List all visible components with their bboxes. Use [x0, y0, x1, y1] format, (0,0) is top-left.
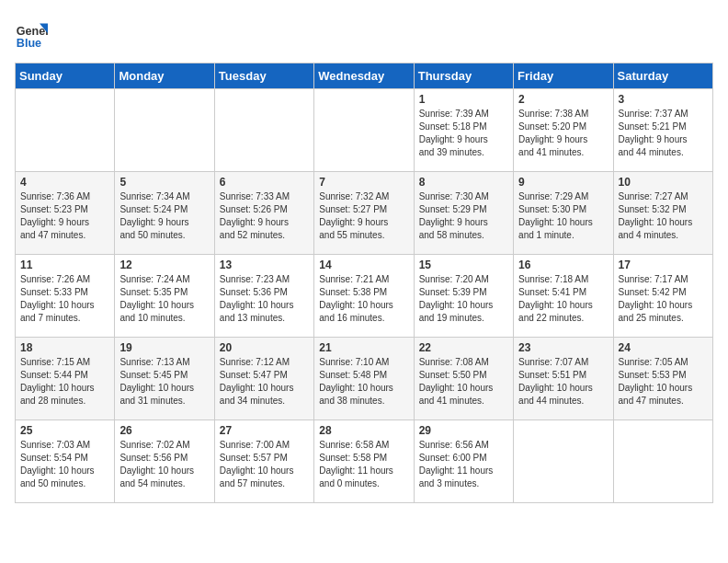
- day-info: Sunrise: 7:08 AM Sunset: 5:50 PM Dayligh…: [419, 356, 508, 408]
- day-info: Sunrise: 6:56 AM Sunset: 6:00 PM Dayligh…: [419, 439, 508, 490]
- day-number: 18: [20, 341, 109, 354]
- calendar-cell: 10Sunrise: 7:27 AM Sunset: 5:32 PM Dayli…: [613, 172, 712, 255]
- calendar-week-row: 18Sunrise: 7:15 AM Sunset: 5:44 PM Dayli…: [16, 338, 713, 420]
- day-number: 10: [619, 176, 708, 189]
- calendar-cell: 4Sunrise: 7:36 AM Sunset: 5:23 PM Daylig…: [16, 172, 115, 255]
- day-number: 3: [619, 93, 708, 106]
- day-info: Sunrise: 7:15 AM Sunset: 5:44 PM Dayligh…: [20, 356, 109, 408]
- day-number: 6: [220, 176, 309, 189]
- day-number: 25: [20, 424, 109, 437]
- day-info: Sunrise: 6:58 AM Sunset: 5:58 PM Dayligh…: [319, 439, 408, 490]
- calendar-cell: 5Sunrise: 7:34 AM Sunset: 5:24 PM Daylig…: [115, 172, 214, 255]
- calendar-cell: 2Sunrise: 7:38 AM Sunset: 5:20 PM Daylig…: [514, 89, 613, 172]
- day-number: 11: [20, 259, 109, 271]
- day-info: Sunrise: 7:17 AM Sunset: 5:42 PM Dayligh…: [619, 273, 708, 325]
- calendar-cell: [115, 89, 214, 172]
- calendar-week-row: 4Sunrise: 7:36 AM Sunset: 5:23 PM Daylig…: [16, 172, 713, 255]
- day-number: 1: [419, 93, 508, 106]
- day-info: Sunrise: 7:34 AM Sunset: 5:24 PM Dayligh…: [119, 190, 209, 242]
- day-info: Sunrise: 7:26 AM Sunset: 5:33 PM Dayligh…: [20, 273, 109, 325]
- calendar-cell: 25Sunrise: 7:03 AM Sunset: 5:54 PM Dayli…: [16, 420, 115, 503]
- day-number: 29: [419, 424, 508, 437]
- day-of-week-header: Sunday: [16, 63, 115, 89]
- day-number: 23: [518, 341, 608, 354]
- day-number: 21: [319, 341, 408, 354]
- day-info: Sunrise: 7:07 AM Sunset: 5:51 PM Dayligh…: [518, 356, 608, 408]
- calendar-cell: 26Sunrise: 7:02 AM Sunset: 5:56 PM Dayli…: [115, 420, 214, 503]
- day-number: 13: [220, 259, 309, 271]
- day-of-week-header: Tuesday: [214, 63, 313, 89]
- day-number: 12: [119, 259, 209, 271]
- calendar-cell: 7Sunrise: 7:32 AM Sunset: 5:27 PM Daylig…: [314, 172, 414, 255]
- calendar-cell: 18Sunrise: 7:15 AM Sunset: 5:44 PM Dayli…: [16, 338, 115, 420]
- day-of-week-header: Thursday: [414, 63, 513, 89]
- calendar-header-row: SundayMondayTuesdayWednesdayThursdayFrid…: [16, 63, 713, 89]
- day-number: 17: [619, 259, 708, 271]
- day-of-week-header: Wednesday: [314, 63, 414, 89]
- calendar-cell: 28Sunrise: 6:58 AM Sunset: 5:58 PM Dayli…: [314, 420, 414, 503]
- calendar-cell: [613, 420, 712, 503]
- day-info: Sunrise: 7:03 AM Sunset: 5:54 PM Dayligh…: [20, 439, 109, 490]
- day-number: 24: [619, 341, 708, 354]
- calendar-cell: 15Sunrise: 7:20 AM Sunset: 5:39 PM Dayli…: [414, 255, 513, 338]
- day-of-week-header: Monday: [115, 63, 214, 89]
- day-number: 9: [518, 176, 608, 189]
- day-of-week-header: Saturday: [613, 63, 712, 89]
- day-number: 5: [119, 176, 209, 189]
- day-number: 19: [119, 341, 209, 354]
- calendar-cell: 1Sunrise: 7:39 AM Sunset: 5:18 PM Daylig…: [414, 89, 513, 172]
- calendar-cell: 9Sunrise: 7:29 AM Sunset: 5:30 PM Daylig…: [514, 172, 613, 255]
- day-info: Sunrise: 7:05 AM Sunset: 5:53 PM Dayligh…: [619, 356, 708, 408]
- day-number: 27: [220, 424, 309, 437]
- svg-text:Blue: Blue: [17, 37, 41, 50]
- calendar-cell: 6Sunrise: 7:33 AM Sunset: 5:26 PM Daylig…: [214, 172, 313, 255]
- day-number: 20: [220, 341, 309, 354]
- calendar-cell: [514, 420, 613, 503]
- day-number: 14: [319, 259, 408, 271]
- day-info: Sunrise: 7:38 AM Sunset: 5:20 PM Dayligh…: [518, 108, 608, 159]
- day-number: 8: [419, 176, 508, 189]
- calendar-cell: 11Sunrise: 7:26 AM Sunset: 5:33 PM Dayli…: [16, 255, 115, 338]
- day-number: 7: [319, 176, 408, 189]
- calendar-cell: [314, 89, 414, 172]
- day-info: Sunrise: 7:21 AM Sunset: 5:38 PM Dayligh…: [319, 273, 408, 325]
- calendar-cell: 20Sunrise: 7:12 AM Sunset: 5:47 PM Dayli…: [214, 338, 313, 420]
- day-info: Sunrise: 7:02 AM Sunset: 5:56 PM Dayligh…: [119, 439, 209, 490]
- calendar-cell: 3Sunrise: 7:37 AM Sunset: 5:21 PM Daylig…: [613, 89, 712, 172]
- day-info: Sunrise: 7:39 AM Sunset: 5:18 PM Dayligh…: [419, 108, 508, 159]
- day-number: 2: [518, 93, 608, 106]
- calendar-cell: 29Sunrise: 6:56 AM Sunset: 6:00 PM Dayli…: [414, 420, 513, 503]
- day-info: Sunrise: 7:00 AM Sunset: 5:57 PM Dayligh…: [220, 439, 309, 490]
- day-info: Sunrise: 7:18 AM Sunset: 5:41 PM Dayligh…: [518, 273, 608, 325]
- calendar-cell: 8Sunrise: 7:30 AM Sunset: 5:29 PM Daylig…: [414, 172, 513, 255]
- day-number: 15: [419, 259, 508, 271]
- day-number: 26: [119, 424, 209, 437]
- day-number: 28: [319, 424, 408, 437]
- calendar-cell: 17Sunrise: 7:17 AM Sunset: 5:42 PM Dayli…: [613, 255, 712, 338]
- day-info: Sunrise: 7:32 AM Sunset: 5:27 PM Dayligh…: [319, 190, 408, 242]
- day-info: Sunrise: 7:20 AM Sunset: 5:39 PM Dayligh…: [419, 273, 508, 325]
- day-info: Sunrise: 7:30 AM Sunset: 5:29 PM Dayligh…: [419, 190, 508, 242]
- calendar-cell: 22Sunrise: 7:08 AM Sunset: 5:50 PM Dayli…: [414, 338, 513, 420]
- calendar-cell: [214, 89, 313, 172]
- day-number: 16: [518, 259, 608, 271]
- calendar-cell: 24Sunrise: 7:05 AM Sunset: 5:53 PM Dayli…: [613, 338, 712, 420]
- day-info: Sunrise: 7:27 AM Sunset: 5:32 PM Dayligh…: [619, 190, 708, 242]
- day-number: 4: [20, 176, 109, 189]
- calendar-cell: [16, 89, 115, 172]
- calendar-cell: 16Sunrise: 7:18 AM Sunset: 5:41 PM Dayli…: [514, 255, 613, 338]
- day-info: Sunrise: 7:36 AM Sunset: 5:23 PM Dayligh…: [20, 190, 109, 242]
- calendar-cell: 21Sunrise: 7:10 AM Sunset: 5:48 PM Dayli…: [314, 338, 414, 420]
- calendar-table: SundayMondayTuesdayWednesdayThursdayFrid…: [15, 63, 713, 503]
- calendar-cell: 12Sunrise: 7:24 AM Sunset: 5:35 PM Dayli…: [115, 255, 214, 338]
- calendar-cell: 13Sunrise: 7:23 AM Sunset: 5:36 PM Dayli…: [214, 255, 313, 338]
- calendar-cell: 23Sunrise: 7:07 AM Sunset: 5:51 PM Dayli…: [514, 338, 613, 420]
- day-info: Sunrise: 7:10 AM Sunset: 5:48 PM Dayligh…: [319, 356, 408, 408]
- calendar-week-row: 1Sunrise: 7:39 AM Sunset: 5:18 PM Daylig…: [16, 89, 713, 172]
- calendar-week-row: 25Sunrise: 7:03 AM Sunset: 5:54 PM Dayli…: [16, 420, 713, 503]
- logo: General Blue: [15, 15, 51, 52]
- day-info: Sunrise: 7:12 AM Sunset: 5:47 PM Dayligh…: [220, 356, 309, 408]
- calendar-cell: 19Sunrise: 7:13 AM Sunset: 5:45 PM Dayli…: [115, 338, 214, 420]
- day-info: Sunrise: 7:37 AM Sunset: 5:21 PM Dayligh…: [619, 108, 708, 159]
- calendar-cell: 14Sunrise: 7:21 AM Sunset: 5:38 PM Dayli…: [314, 255, 414, 338]
